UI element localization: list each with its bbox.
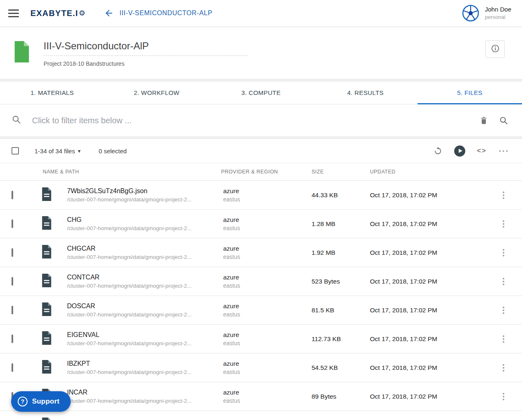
file-size: 112.73 KB [312,335,370,343]
region: eastus [223,311,312,318]
column-provider-region[interactable]: PROVIDER & REGION [221,169,312,175]
selected-count-label: 0 selected [99,148,127,155]
region: eastus [223,225,312,231]
file-updated: Oct 17, 2018, 17:02 PM [370,192,485,199]
tab-materials[interactable]: 1. MATERIALS [0,81,104,104]
file-path: /cluster-007-home/gmogni/data/gmogni-pro… [67,196,221,203]
list-toolbar: 1-34 of 34 files ▾ 0 selected <> ⋯ [0,139,522,163]
file-name: CHG [67,216,221,224]
pagination-range-label: 1-34 of 34 files [35,148,75,155]
file-updated: Oct 17, 2018, 17:02 PM [370,335,485,343]
more-actions-button[interactable]: ⋯ [497,146,510,155]
info-icon [491,44,500,54]
breadcrumb[interactable]: III-V-SEMICONDUCTOR-ALP [120,9,212,17]
select-all-checkbox[interactable] [12,147,19,155]
row-menu-kebab-icon[interactable] [500,247,507,259]
code-view-button[interactable]: <> [475,145,488,157]
file-path: /cluster-007-home/gmogni/data/gmogni-pro… [67,225,221,231]
row-checkbox[interactable] [12,277,13,286]
filter-input[interactable] [32,116,477,125]
user-name: John Doe [485,6,511,14]
page-title[interactable]: III-V-Semiconductor-AlP [44,40,248,56]
user-account: personal [485,14,511,21]
pagination-range-dropdown[interactable]: 1-34 of 34 files ▾ [35,148,81,155]
clear-filter-trash-button[interactable] [477,113,491,127]
row-menu-kebab-icon[interactable] [500,333,507,345]
logo[interactable]: EXABYTE.I⚙ [30,9,86,18]
avatar[interactable] [462,5,479,22]
region: eastus [223,397,312,404]
file-size: 54.52 KB [312,364,370,372]
project-header-text: III-V-Semiconductor-AlP Project 2018-10 … [44,40,248,67]
refresh-button[interactable] [432,145,444,157]
table-row[interactable]: EIGENVAL/cluster-007-home/gmogni/data/gm… [0,325,522,353]
tab-files[interactable]: 5. FILES [418,81,522,104]
region: eastus [223,340,312,346]
table-row[interactable]: KPOINTS [0,411,522,420]
column-size[interactable]: SIZE [312,169,370,175]
search-submit-button[interactable] [497,113,511,128]
table-row[interactable]: CHG/cluster-007-home/gmogni/data/gmogni-… [0,210,522,238]
provider: azure [223,216,312,224]
filter-bar [0,104,522,136]
row-menu-kebab-icon[interactable] [500,390,507,403]
row-menu-kebab-icon[interactable] [500,275,507,288]
provider: azure [223,187,312,195]
file-icon [41,302,52,318]
row-checkbox[interactable] [12,191,13,199]
file-size: 81.5 KB [312,307,370,314]
chevron-down-icon: ▾ [78,148,81,154]
tab-results[interactable]: 4. RESULTS [313,81,418,104]
file-updated: Oct 17, 2018, 17:02 PM [370,307,485,314]
file-size: 89 Bytes [312,393,370,400]
file-size: 523 Bytes [312,278,370,285]
row-menu-kebab-icon[interactable] [500,304,507,316]
provider: azure [223,302,312,310]
page-subtitle: Project 2018-10 Bandstructures [44,60,248,67]
tab-workflow[interactable]: 2. WORKFLOW [104,81,209,104]
info-button[interactable] [485,40,505,58]
file-path: /cluster-007-home/gmogni/data/gmogni-pro… [67,340,221,346]
row-checkbox[interactable] [12,219,13,228]
file-name: INCAR [67,389,221,396]
search-icon [12,115,21,126]
row-checkbox[interactable] [12,248,13,257]
column-updated[interactable]: UPDATED [370,169,485,175]
file-list: 7Wbis2GLSuTz4nBgG.json/cluster-007-home/… [0,181,522,420]
table-row[interactable]: CONTCAR/cluster-007-home/gmogni/data/gmo… [0,267,522,296]
file-icon [41,331,52,346]
file-size: 44.33 KB [312,192,370,199]
back-arrow-icon[interactable] [104,8,114,18]
row-checkbox[interactable] [12,306,13,314]
file-updated: Oct 17, 2018, 17:02 PM [370,393,485,400]
file-icon [41,216,52,231]
tab-compute[interactable]: 3. COMPUTE [209,81,313,104]
table-row[interactable]: 7Wbis2GLSuTz4nBgG.json/cluster-007-home/… [0,181,522,210]
support-label: Support [32,397,60,406]
column-name-path[interactable]: NAME & PATH [43,169,221,175]
file-name: EIGENVAL [67,331,221,339]
hamburger-menu-icon[interactable] [8,8,19,19]
row-menu-kebab-icon[interactable] [500,218,507,230]
tab-bar: 1. MATERIALS 2. WORKFLOW 3. COMPUTE 4. R… [0,81,522,104]
row-checkbox[interactable] [12,363,13,372]
row-checkbox[interactable] [12,335,13,343]
topbar: EXABYTE.I⚙ III-V-SEMICONDUCTOR-ALP John … [0,0,522,26]
run-button[interactable] [453,144,467,158]
table-row[interactable]: DOSCAR/cluster-007-home/gmogni/data/gmog… [0,296,522,325]
project-header: III-V-Semiconductor-AlP Project 2018-10 … [0,26,522,79]
table-row[interactable]: IBZKPT/cluster-007-home/gmogni/data/gmog… [0,353,522,382]
row-menu-kebab-icon[interactable] [500,189,507,201]
region: eastus [223,254,312,260]
user-info[interactable]: John Doe personal [485,6,511,21]
support-button[interactable]: ? Support [11,391,71,412]
file-path: /cluster-007-home/gmogni/data/gmogni-pro… [67,254,221,260]
file-name: CONTCAR [67,274,221,281]
file-icon [41,245,52,260]
table-row[interactable]: INCAR/cluster-007-home/gmogni/data/gmogn… [0,382,522,411]
file-name: IBZKPT [67,360,221,367]
table-row[interactable]: CHGCAR/cluster-007-home/gmogni/data/gmog… [0,238,522,267]
row-menu-kebab-icon[interactable] [500,362,507,374]
file-updated: Oct 17, 2018, 17:02 PM [370,364,485,372]
file-icon [41,274,52,289]
